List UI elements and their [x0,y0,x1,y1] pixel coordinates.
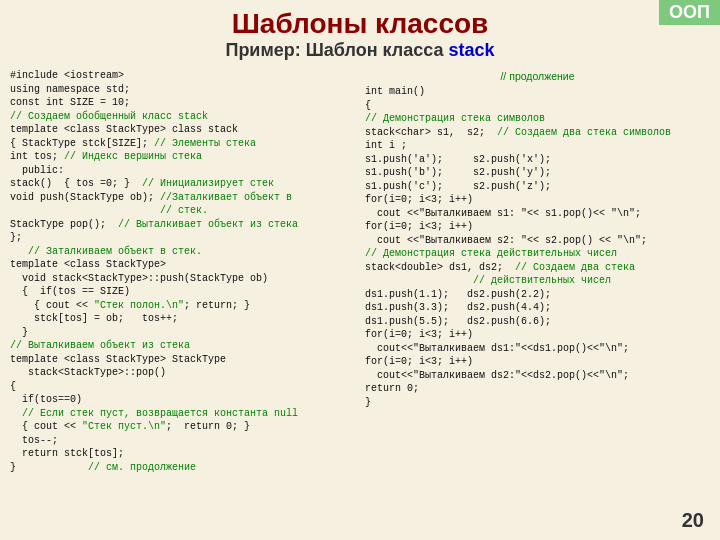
left-code-block: #include <iostream> using namespace std;… [10,69,355,474]
page-number: 20 [682,509,704,532]
content-area: #include <iostream> using namespace std;… [0,65,720,478]
left-column: #include <iostream> using namespace std;… [10,69,355,474]
oop-label: ООП [669,2,710,22]
page-header: Шаблоны классов Пример: Шаблон класса st… [0,0,720,65]
right-code-block: int main() { // Демонстрация стека симво… [365,85,710,409]
right-column: // продолжение int main() { // Демонстра… [365,69,710,474]
subtitle: Пример: Шаблон класса stack [0,40,720,61]
main-title: Шаблоны классов [0,8,720,40]
continuation-label: // продолжение [365,69,710,83]
top-right-label: ООП [659,0,720,25]
